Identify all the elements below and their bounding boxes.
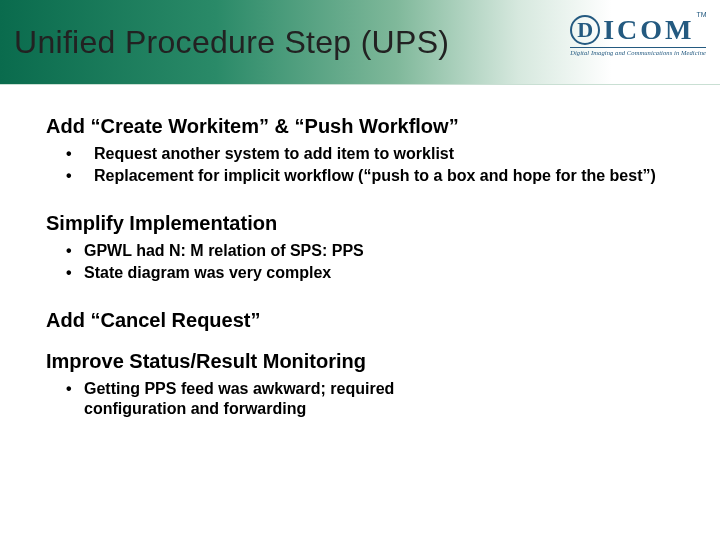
bullet-list: •GPWL had N: M relation of SPS: PPS •Sta… xyxy=(46,241,674,285)
list-item: •Getting PPS feed was awkward; required … xyxy=(46,379,674,421)
list-item: •Replacement for implicit workflow (“pus… xyxy=(46,166,674,188)
slide-title: Unified Procedure Step (UPS) xyxy=(0,24,449,61)
logo-tagline: Digital Imaging and Communications in Me… xyxy=(570,47,706,56)
section-heading: Add “Create Workitem” & “Push Workflow” xyxy=(46,115,674,138)
section-heading: Add “Cancel Request” xyxy=(46,309,674,332)
logo-d-icon: D xyxy=(570,15,600,45)
dicom-logo: D ICOMTM Digital Imaging and Communicati… xyxy=(570,14,706,56)
slide-body: Add “Create Workitem” & “Push Workflow” … xyxy=(0,85,720,421)
title-bar: Unified Procedure Step (UPS) D ICOMTM Di… xyxy=(0,0,720,85)
list-item: •State diagram was very complex xyxy=(46,263,674,285)
section-heading: Improve Status/Result Monitoring xyxy=(46,350,674,373)
slide: Unified Procedure Step (UPS) D ICOMTM Di… xyxy=(0,0,720,540)
logo-text: ICOMTM xyxy=(603,14,704,46)
list-item: •GPWL had N: M relation of SPS: PPS xyxy=(46,241,674,263)
bullet-list: •Getting PPS feed was awkward; required … xyxy=(46,379,674,421)
section-heading: Simplify Implementation xyxy=(46,212,674,235)
bullet-list: •Request another system to add item to w… xyxy=(46,144,674,188)
list-item: •Request another system to add item to w… xyxy=(46,144,674,166)
logo-wordmark: D ICOMTM xyxy=(570,14,706,46)
